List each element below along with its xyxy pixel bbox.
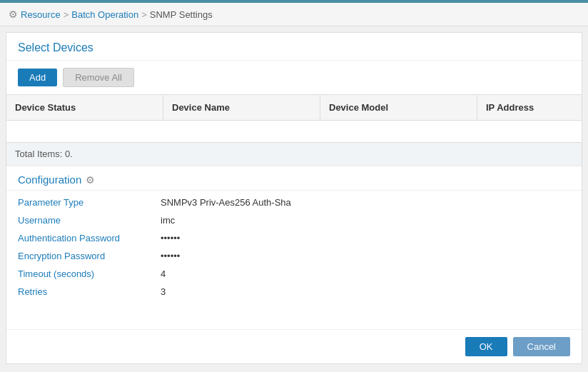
config-row-label: Encryption Password [18, 251, 161, 261]
breadcrumb-resource[interactable]: Resource [21, 9, 61, 20]
breadcrumb: ⚙ Resource > Batch Operation > SNMP Sett… [0, 3, 588, 26]
breadcrumb-current: SNMP Settings [150, 9, 213, 20]
config-row: Encryption Password •••••• [18, 247, 582, 265]
config-row-label: Username [18, 215, 161, 226]
config-row-value: 4 [161, 268, 166, 279]
config-row-value: •••••• [161, 233, 180, 243]
col-device-model: Device Model [320, 95, 477, 120]
config-row-label: Parameter Type [18, 197, 161, 208]
config-row-value: 3 [161, 286, 166, 297]
config-row-label: Timeout (seconds) [18, 268, 161, 279]
config-row-value: imc [161, 215, 175, 226]
add-button[interactable]: Add [18, 69, 57, 86]
col-ip-address: IP Address [477, 95, 582, 120]
config-row-value: •••••• [161, 251, 180, 261]
table-body [6, 121, 582, 142]
toolbar: Add Remove All [6, 61, 582, 94]
resource-icon: ⚙ [9, 9, 18, 20]
config-row-label: Authentication Password [18, 233, 161, 243]
config-row: Parameter Type SNMPv3 Priv-Aes256 Auth-S… [18, 193, 582, 211]
configuration-gear-icon: ⚙ [86, 174, 95, 186]
main-content: Select Devices Add Remove All Device Sta… [6, 32, 582, 364]
config-row: Timeout (seconds) 4 [18, 265, 582, 283]
select-devices-title: Select Devices [6, 33, 582, 61]
breadcrumb-sep-1: > [64, 9, 69, 20]
config-row: Username imc [18, 211, 582, 229]
table-footer: Total Items: 0. [6, 142, 582, 165]
col-device-status: Device Status [6, 95, 163, 120]
breadcrumb-batch-operation[interactable]: Batch Operation [71, 9, 138, 20]
cancel-button[interactable]: Cancel [513, 337, 570, 356]
config-rows: Parameter Type SNMPv3 Priv-Aes256 Auth-S… [6, 191, 582, 303]
config-row-value: SNMPv3 Priv-Aes256 Auth-Sha [161, 197, 291, 208]
col-device-name: Device Name [163, 95, 320, 120]
footer-buttons: OK Cancel [6, 329, 582, 363]
config-row-label: Retries [18, 286, 161, 297]
remove-all-button[interactable]: Remove All [63, 68, 134, 87]
configuration-section: Configuration ⚙ Parameter Type SNMPv3 Pr… [6, 165, 582, 329]
table-header: Device Status Device Name Device Model I… [6, 95, 582, 121]
devices-table: Device Status Device Name Device Model I… [6, 94, 582, 165]
configuration-title: Configuration ⚙ [6, 166, 582, 190]
configuration-title-text: Configuration [18, 174, 81, 186]
config-row: Retries 3 [18, 283, 582, 301]
ok-button[interactable]: OK [465, 337, 507, 356]
breadcrumb-sep-2: > [141, 9, 147, 20]
config-row: Authentication Password •••••• [18, 229, 582, 247]
